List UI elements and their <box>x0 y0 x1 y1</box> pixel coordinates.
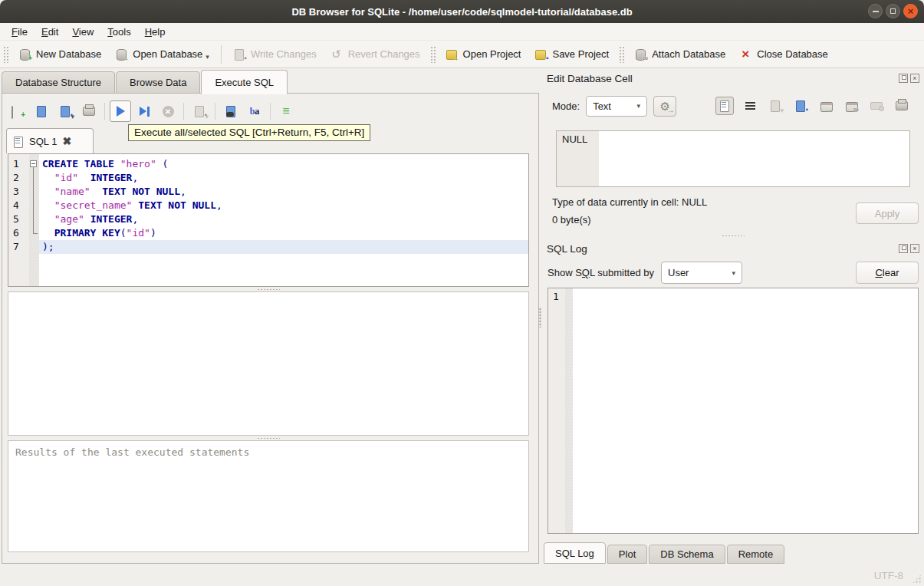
close-window-button[interactable]: × <box>903 4 918 18</box>
line-number: 7 <box>8 240 29 254</box>
dock-splitter-handle[interactable] <box>542 233 924 239</box>
close-dock-icon[interactable]: × <box>910 74 919 83</box>
new-database-button[interactable]: + New Database <box>12 45 108 64</box>
menu-file[interactable]: File <box>5 25 35 39</box>
minimize-icon <box>873 11 879 12</box>
revert-changes-button[interactable]: ↺ Revert Changes <box>324 45 427 64</box>
float-dock-icon[interactable] <box>899 74 908 83</box>
sql-editor[interactable]: 1CREATE TABLE "hero" (2 "id" INTEGER,3 "… <box>8 153 529 287</box>
dock-tab-plot[interactable]: Plot <box>607 545 647 564</box>
edit-cell-title: Edit Database Cell <box>547 73 899 84</box>
print-icon <box>83 107 95 116</box>
sql-log-dock-header: SQL Log × <box>542 239 924 258</box>
mode-combobox[interactable]: Text ▾ <box>586 96 647 117</box>
menu-view[interactable]: View <box>65 25 100 39</box>
mode-label: Mode: <box>552 100 580 112</box>
editor-line[interactable]: 4 "secret_name" TEXT NOT NULL, <box>8 199 528 212</box>
export-button[interactable]: → <box>817 97 835 115</box>
execute-current-line-button[interactable] <box>133 100 155 122</box>
find-replace-button[interactable]: ba <box>244 100 265 122</box>
fold-marker[interactable] <box>29 157 39 171</box>
dock-tab-sql-log[interactable]: SQL Log <box>544 542 606 564</box>
toolbar-grip[interactable] <box>619 46 624 63</box>
save-results-button[interactable]: ▪ ▾ <box>189 100 210 122</box>
menu-help[interactable]: Help <box>138 25 173 39</box>
attach-database-button[interactable]: ∞ Attach Database <box>627 45 732 64</box>
minimize-button[interactable] <box>868 4 883 18</box>
toolbar-grip[interactable] <box>430 46 436 63</box>
results-grid-pane[interactable] <box>8 291 529 436</box>
set-null-button[interactable] <box>867 97 886 115</box>
resize-grip[interactable] <box>912 574 922 584</box>
editor-line[interactable]: 5 "age" INTEGER, <box>8 212 528 226</box>
apply-button[interactable]: Apply <box>856 202 919 224</box>
open-link-button[interactable]: ∞ <box>842 97 860 115</box>
edit-cell-mode-row: Mode: Text ▾ ⚙→ ▾ ▪ → ∞ <box>542 94 924 117</box>
sql-file-tab[interactable]: SQL 1 ✖ <box>6 128 94 153</box>
toolbar-separator <box>270 103 271 120</box>
text-document-icon <box>720 100 730 112</box>
auto-apply-button[interactable]: ⚙→ <box>653 96 676 117</box>
dock-tab-remote[interactable]: Remote <box>727 545 785 564</box>
new-database-icon: + <box>18 48 31 61</box>
editor-line[interactable]: 3 "name" TEXT NOT NULL, <box>8 185 528 199</box>
toolbar-separator <box>183 103 184 120</box>
menu-tools[interactable]: Tools <box>100 25 137 39</box>
clear-log-button[interactable]: Clear <box>856 262 919 284</box>
close-dock-icon[interactable]: × <box>910 244 919 253</box>
cell-editor[interactable]: NULL <box>556 130 910 187</box>
new-sql-tab-button[interactable]: + <box>7 100 28 122</box>
results-message-pane[interactable]: Results of the last executed statements <box>8 440 529 552</box>
open-database-button[interactable]: → Open Database ▾ <box>108 45 216 64</box>
main-toolbar: + New Database → Open Database ▾ ▪ Write… <box>0 41 924 68</box>
close-database-button[interactable]: × Close Database <box>732 45 835 64</box>
tab-browse-data[interactable]: Browse Data <box>116 71 200 94</box>
write-changes-button[interactable]: ▪ Write Changes <box>226 45 324 64</box>
open-project-icon: → <box>446 48 458 61</box>
fold-marker <box>29 199 39 212</box>
maximize-button[interactable] <box>886 4 900 18</box>
word-wrap-button[interactable] <box>741 97 759 115</box>
editor-line[interactable]: 2 "id" INTEGER, <box>8 171 528 185</box>
find-button[interactable] <box>220 100 242 122</box>
dock-tab-bar: SQL Log Plot DB Schema Remote <box>544 542 784 564</box>
sql-log-view[interactable]: 1 <box>547 288 919 534</box>
chevron-down-icon: ▾ <box>205 113 209 120</box>
import-data-button[interactable]: ▾ <box>766 97 784 115</box>
execute-all-button[interactable] <box>110 100 131 122</box>
toolbar-grip[interactable] <box>3 46 8 63</box>
menu-edit[interactable]: Edit <box>35 25 65 39</box>
close-tab-icon[interactable]: ✖ <box>62 136 71 146</box>
sql-log-controls: Show SQL submitted by User ▾ Clear <box>542 261 924 285</box>
sql-log-title: SQL Log <box>547 243 899 255</box>
save-file-icon: ▪ <box>59 105 71 117</box>
format-sql-button[interactable]: ≡ <box>275 100 297 122</box>
save-project-button[interactable]: ▪ Save Project <box>528 45 616 64</box>
tab-database-structure[interactable]: Database Structure <box>2 71 115 94</box>
log-filter-combobox[interactable]: User ▾ <box>661 262 742 284</box>
tab-execute-sql[interactable]: Execute SQL <box>201 70 288 94</box>
window-controls: × <box>868 4 918 18</box>
text-mode-button[interactable] <box>715 97 734 115</box>
editor-line[interactable]: 1CREATE TABLE "hero" ( <box>8 157 528 171</box>
float-dock-icon[interactable] <box>899 244 908 253</box>
print-cell-button[interactable] <box>893 97 911 115</box>
code-text: "secret_name" TEXT NOT NULL, <box>39 199 528 212</box>
fold-marker <box>29 185 39 199</box>
editor-line[interactable]: 6 PRIMARY KEY("id") <box>8 226 528 240</box>
print-sql-button[interactable] <box>78 100 100 122</box>
right-dock-area: Edit Database Cell × Mode: Text ▾ ⚙→ ▾ ▪ <box>542 69 924 565</box>
open-project-button[interactable]: → Open Project <box>439 45 528 64</box>
code-text: "id" INTEGER, <box>39 171 528 185</box>
editor-line[interactable]: 7); <box>8 240 528 254</box>
chevron-down-icon: ▾ <box>732 269 735 277</box>
stop-execution-button[interactable]: ✕ <box>157 100 179 122</box>
status-bar: UTF-8 <box>0 565 924 586</box>
save-sql-file-button[interactable]: ▪ ▾ <box>54 100 76 122</box>
line-number: 2 <box>8 171 29 185</box>
open-sql-file-button[interactable] <box>31 100 52 122</box>
dock-tab-db-schema[interactable]: DB Schema <box>649 545 725 564</box>
save-as-button[interactable]: ▪ <box>791 97 810 115</box>
toolbar-separator <box>215 103 215 120</box>
code-text: ); <box>39 240 528 254</box>
